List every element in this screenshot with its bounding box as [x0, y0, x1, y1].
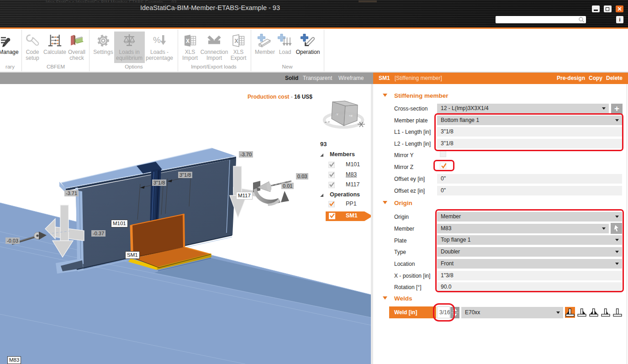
svg-text:X: X	[186, 38, 190, 44]
svg-text:+X: +X	[349, 114, 353, 117]
svg-text:X: X	[235, 38, 238, 44]
svg-text:%: %	[153, 35, 161, 45]
svg-text:-Y: -Y	[336, 113, 338, 116]
